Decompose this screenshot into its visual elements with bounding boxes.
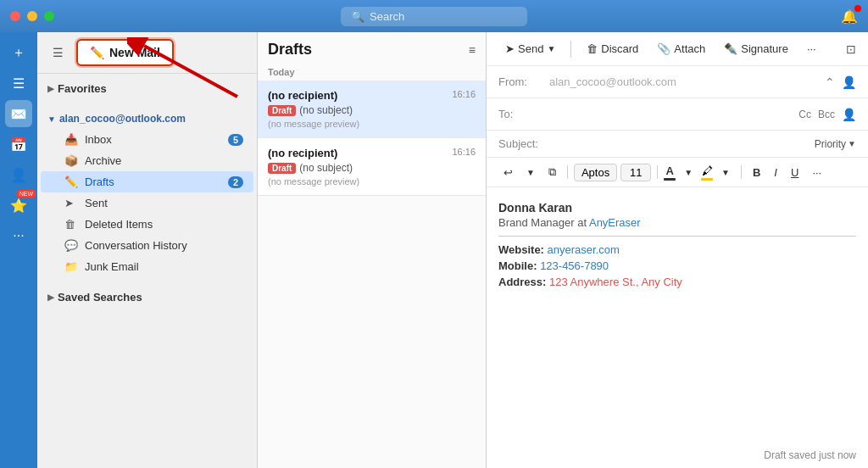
underline-button[interactable]: U (786, 164, 804, 181)
close-window-button[interactable] (10, 11, 20, 21)
font-color-dropdown[interactable]: ▼ (679, 165, 698, 180)
sidebar-item-conversation-history[interactable]: 💬 Conversation History (41, 235, 253, 256)
favorites-section: ▶ Favorites (37, 74, 257, 103)
hamburger-button[interactable]: ☰ (5, 70, 32, 97)
inbox-icon: 📥 (64, 133, 78, 146)
from-up-icon[interactable]: ⌃ (825, 75, 835, 89)
search-bar[interactable]: 🔍 Search (341, 7, 527, 26)
fmt-sep-3 (741, 165, 742, 179)
from-label: From: (498, 75, 549, 88)
signature-button[interactable]: ✒️ Signature (717, 39, 795, 58)
bold-button[interactable]: B (748, 164, 765, 181)
account-header[interactable]: ▼ alan_cocoo@outlook.com (37, 109, 257, 129)
sidebar-item-deleted[interactable]: 🗑 Deleted Items (41, 214, 253, 235)
new-mail-button[interactable]: ✏️ New Mail (76, 39, 174, 66)
email-tags-1: Draft (no subject) (268, 104, 476, 116)
notification-area: 🔔 (841, 8, 858, 25)
from-field: From: alan_cocoo@outlook.com ⌃ 👤 (487, 66, 868, 98)
sidebar-item-archive[interactable]: 📦 Archive (41, 150, 253, 171)
fmt-sep-2 (657, 165, 658, 179)
drafts-badge: 2 (228, 176, 243, 188)
archive-label: Archive (85, 154, 121, 167)
cc-button[interactable]: Cc (798, 109, 811, 120)
sidebar-item-junk[interactable]: 📁 Junk Email (41, 256, 253, 277)
deleted-icon: 🗑 (64, 218, 78, 231)
more-apps-button[interactable]: ··· (5, 222, 32, 249)
calendar-nav-button[interactable]: 📅 (5, 131, 32, 158)
email-item-2[interactable]: (no recipient) 16:16 Draft (no subject) … (258, 138, 486, 196)
expand-button[interactable]: ⊡ (846, 42, 856, 57)
highlight-button[interactable]: 🖍 (701, 164, 713, 181)
highlight-dropdown[interactable]: ▼ (716, 165, 735, 180)
website-value[interactable]: anyeraser.com (548, 243, 620, 256)
highlight-icon: 🖍 (702, 164, 713, 177)
filter-icon[interactable]: ≡ (469, 43, 476, 57)
sidebar-hamburger[interactable]: ☰ (46, 41, 70, 64)
bcc-button[interactable]: Bcc (818, 109, 835, 120)
font-color-button[interactable]: A (664, 164, 676, 181)
saved-searches-chevron: ▶ (47, 292, 54, 302)
saved-searches-section: ▶ Saved Searches (37, 282, 257, 312)
notification-badge (854, 5, 861, 12)
send-icon: ➤ (505, 42, 515, 55)
undo-dropdown[interactable]: ▼ (521, 165, 540, 180)
email-time-1: 16:16 (452, 89, 476, 99)
email-tags-2: Draft (no subject) (268, 162, 476, 174)
junk-label: Junk Email (85, 260, 139, 273)
sidebar-item-drafts[interactable]: ✏️ Drafts 2 (41, 171, 253, 192)
signature-company-link[interactable]: AnyEraser (589, 216, 641, 229)
sidebar-item-sent[interactable]: ➤ Sent (41, 192, 253, 214)
highlight-indicator (701, 178, 713, 181)
new-item-button[interactable]: ＋ (5, 39, 32, 66)
signature-title: Brand Manager at AnyEraser (498, 216, 856, 229)
email-list-header: Drafts ≡ (258, 32, 486, 64)
email-item-1[interactable]: (no recipient) 16:16 Draft (no subject) … (258, 81, 486, 138)
italic-button[interactable]: I (769, 164, 782, 181)
font-color-indicator (664, 178, 676, 181)
attach-icon: 📎 (657, 42, 670, 55)
font-size-input[interactable]: 11 (620, 164, 651, 181)
copy-format-button[interactable]: ⧉ (543, 163, 561, 181)
search-input[interactable]: Search (370, 10, 404, 23)
saved-searches-header[interactable]: ▶ Saved Searches (37, 287, 257, 307)
email-item-top-2: (no recipient) 16:16 (268, 147, 476, 159)
expand-icon: ⊡ (846, 42, 856, 56)
to-contact-icon[interactable]: 👤 (842, 108, 856, 121)
font-selector[interactable]: Aptos (574, 164, 617, 181)
priority-chevron: ▼ (848, 139, 856, 148)
compose-body[interactable]: Donna Karan Brand Manager at AnyEraser W… (487, 187, 868, 468)
format-toolbar: ↩ ▼ ⧉ Aptos 11 A ▼ 🖍 ▼ B I U ··· (487, 158, 868, 187)
discard-icon: 🗑 (587, 42, 598, 55)
sidebar-item-inbox[interactable]: 📥 Inbox 5 (41, 129, 253, 150)
contacts-nav-button[interactable]: 👤 (5, 161, 32, 188)
notification-bell[interactable]: 🔔 (841, 8, 858, 25)
fmt-sep-1 (567, 165, 568, 179)
icon-bar: ＋ ☰ ✉️ 📅 👤 ⭐ NEW ··· (0, 32, 37, 468)
to-field[interactable]: To: Cc Bcc 👤 (487, 98, 868, 131)
discard-button[interactable]: 🗑 Discard (580, 39, 645, 58)
undo-button[interactable]: ↩ (498, 164, 518, 181)
attach-button[interactable]: 📎 Attach (650, 39, 712, 58)
sig-mobile-row: Mobile: 123-456-7890 (498, 259, 856, 272)
send-button[interactable]: ➤ Send ▼ (498, 39, 562, 58)
from-contact-icon[interactable]: 👤 (842, 75, 856, 89)
priority-button[interactable]: Priority ▼ (815, 138, 856, 150)
fullscreen-window-button[interactable] (44, 11, 54, 21)
email-preview-1: (no message preview) (268, 119, 476, 129)
sidebar-top: ☰ ✏️ New Mail (37, 32, 257, 74)
signature-label: Signature (741, 42, 788, 55)
account-chevron: ▼ (47, 114, 56, 124)
send-chevron: ▼ (547, 44, 555, 53)
email-time-2: 16:16 (452, 147, 476, 157)
mail-nav-button[interactable]: ✉️ (5, 100, 32, 127)
address-label: Address: (498, 276, 546, 288)
main-layout: ＋ ☰ ✉️ 📅 👤 ⭐ NEW ··· ☰ ✏️ New Mail ▶ Fav… (0, 32, 868, 468)
new-features-button[interactable]: ⭐ NEW (5, 192, 32, 219)
more-options-button[interactable]: ··· (800, 39, 823, 58)
more-format-button[interactable]: ··· (807, 164, 826, 181)
window-controls (10, 11, 54, 21)
sent-icon: ➤ (64, 197, 78, 209)
minimize-window-button[interactable] (27, 11, 37, 21)
sig-address-row: Address: 123 Anywhere St., Any City (498, 276, 856, 288)
favorites-header[interactable]: ▶ Favorites (37, 79, 257, 98)
